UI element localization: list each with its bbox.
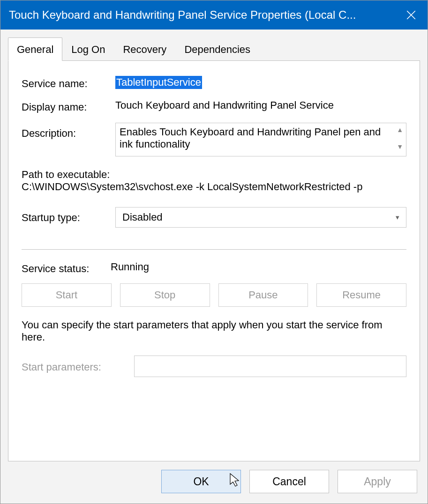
divider <box>22 249 406 250</box>
start-service-button[interactable]: Start <box>22 283 112 307</box>
ok-button[interactable]: OK <box>161 470 241 493</box>
titlebar: Touch Keyboard and Handwriting Panel Ser… <box>0 0 428 30</box>
tab-general[interactable]: General <box>8 37 62 61</box>
dialog-window: Touch Keyboard and Handwriting Panel Ser… <box>0 0 428 504</box>
dialog-footer: OK Cancel Apply <box>0 461 428 504</box>
start-params-help: You can specify the start parameters tha… <box>22 319 406 343</box>
cancel-button[interactable]: Cancel <box>249 470 329 493</box>
service-name-value[interactable]: TabletInputService <box>115 76 406 89</box>
close-icon <box>406 10 416 20</box>
start-params-label: Start parameters: <box>22 359 134 373</box>
window-title: Touch Keyboard and Handwriting Panel Ser… <box>9 8 395 22</box>
service-name-label: Service name: <box>22 76 115 90</box>
tab-recovery[interactable]: Recovery <box>114 37 175 61</box>
client-area: General Log On Recovery Dependencies Ser… <box>0 30 428 461</box>
close-button[interactable] <box>395 0 428 30</box>
startup-type-select[interactable]: Disabled ▾ <box>115 207 406 228</box>
tab-page-general: Service name: TabletInputService Display… <box>8 60 420 461</box>
path-label: Path to executable: <box>22 169 406 181</box>
tabstrip: General Log On Recovery Dependencies <box>8 37 420 61</box>
pause-service-button[interactable]: Pause <box>218 283 308 307</box>
description-box[interactable]: Enables Touch Keyboard and Handwriting P… <box>115 123 406 156</box>
display-name-value: Touch Keyboard and Handwriting Panel Ser… <box>115 99 406 111</box>
tab-logon[interactable]: Log On <box>62 37 114 61</box>
description-label: Description: <box>22 123 115 140</box>
resume-service-button[interactable]: Resume <box>316 283 406 307</box>
start-params-input[interactable] <box>134 356 406 377</box>
chevron-down-icon: ▾ <box>396 213 399 222</box>
service-name-text: TabletInputService <box>115 76 202 89</box>
scroll-down-icon: ▼ <box>397 143 403 150</box>
service-status-label: Service status: <box>22 261 111 275</box>
path-value: C:\WINDOWS\System32\svchost.exe -k Local… <box>22 181 406 193</box>
description-scroll[interactable]: ▲ ▼ <box>397 126 403 150</box>
description-text: Enables Touch Keyboard and Handwriting P… <box>120 126 381 150</box>
scroll-up-icon: ▲ <box>397 126 403 133</box>
display-name-label: Display name: <box>22 99 115 113</box>
service-status-value: Running <box>111 261 406 273</box>
startup-type-value: Disabled <box>122 211 163 223</box>
tab-dependencies[interactable]: Dependencies <box>175 37 259 61</box>
apply-button[interactable]: Apply <box>338 470 417 493</box>
stop-service-button[interactable]: Stop <box>120 283 210 307</box>
startup-type-label: Startup type: <box>22 207 115 224</box>
